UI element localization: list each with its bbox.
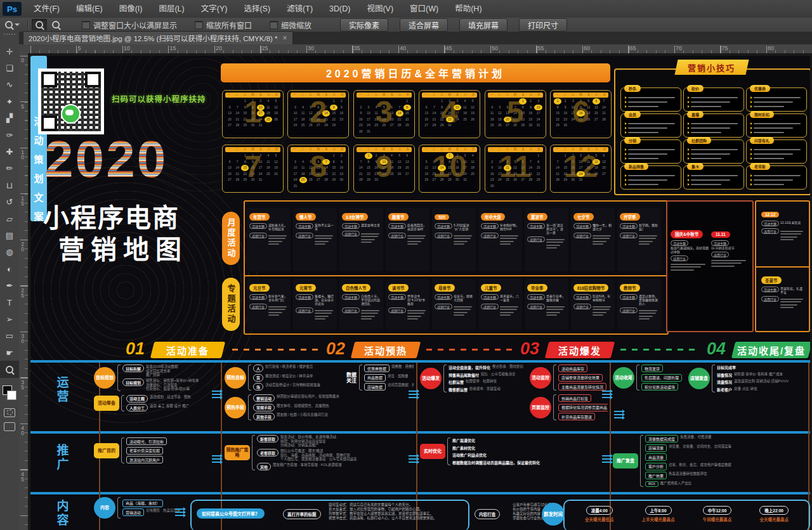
tip-label: 秒杀 (624, 85, 641, 92)
zoom-tool-preset[interactable] (0, 21, 25, 29)
type-tool[interactable]: T (0, 294, 19, 311)
calendar-grid: 1234567891011121314151617181920212223242… (485, 153, 546, 189)
checkbox-box[interactable] (195, 21, 203, 29)
magic-wand-tool[interactable]: ✦ (0, 93, 19, 110)
day-cell: 2 (249, 98, 256, 105)
hand-tool[interactable]: ☛ (0, 344, 19, 361)
background-color[interactable] (7, 391, 16, 400)
menu-item-编辑(E)[interactable]: 编辑(E) (68, 0, 111, 18)
eraser-tool[interactable]: ▱ (0, 210, 19, 227)
tip-bullet-row (625, 131, 677, 134)
branch-label: 人员分工 (126, 404, 148, 411)
theme-row: 活动主题懂你一生，相遇七夕 (573, 223, 612, 231)
day-cell: 1 (403, 98, 411, 105)
checkbox-缩放所有窗口[interactable]: 缩放所有窗口 (195, 20, 252, 30)
crop-tool[interactable]: ▞ (0, 110, 19, 127)
color-swatches[interactable] (0, 384, 19, 403)
checkbox-调整窗口大小以满屏显示[interactable]: 调整窗口大小以满屏显示 (82, 20, 177, 30)
day-cell: 5 (380, 105, 388, 111)
map-branch: 补货商品库存跟进 (558, 413, 608, 420)
day-cell: 20 (504, 117, 511, 123)
calendar-month-7: 一二三四五六日712345678910111213141516171819202… (222, 145, 284, 193)
marquee-tool[interactable]: ❏ (0, 60, 19, 76)
tag-theme: 活动主题 (435, 223, 452, 229)
blur-tool[interactable]: ◍ (0, 244, 19, 261)
title-line: 视觉冲击式：画面清晰、标题打动人心，让人不自觉关注到视觉体验。 (329, 516, 465, 520)
day-cell: 14 (233, 165, 241, 171)
theme-text: 世界读书日“4.23”好书推荐 (407, 294, 427, 306)
zoom-in-button[interactable] (32, 19, 47, 30)
menu-item-文字(Y)[interactable]: 文字(Y) (193, 0, 236, 18)
pen-tool[interactable]: ✒ (0, 277, 19, 294)
checkbox-box[interactable] (270, 21, 278, 29)
map-unit: 活动收尾物流发货售后跟进、问题处理积分兑换活动返场 (613, 365, 682, 391)
map-node: 活动爆发 (420, 368, 442, 389)
checkbox-box[interactable] (82, 21, 90, 29)
menu-item-3D(D)[interactable]: 3D(D) (321, 0, 358, 18)
button-实际像素[interactable]: 实际像素 (340, 18, 388, 32)
checkbox-细微缩放[interactable]: 细微缩放 (270, 20, 311, 30)
menu-item-窗口(W)[interactable]: 窗口(W) (402, 0, 447, 18)
path-selection-tool[interactable]: ➢ (0, 311, 19, 327)
gradient-tool[interactable]: ▤ (0, 227, 19, 243)
close-icon[interactable]: × (283, 34, 287, 42)
zoom-tool[interactable] (0, 361, 19, 377)
button-适合屏幕[interactable]: 适合屏幕 (400, 18, 448, 32)
title-line: 列举数字式：数字往往让人感觉更具真实感，并且想立即知道事实。 (329, 512, 465, 516)
menu-item-文件(F)[interactable]: 文件(F) (25, 0, 68, 18)
move-tool[interactable]: ✛ (0, 43, 19, 60)
flow-arrow-icon (409, 462, 417, 463)
zoom-out-button[interactable] (48, 19, 63, 30)
day-cell: 19 (307, 171, 315, 178)
button-填充屏幕[interactable]: 填充屏幕 (459, 18, 508, 32)
branch-label: 激活站内沉默用户 (126, 456, 163, 463)
lasso-tool[interactable]: ∿ (0, 77, 19, 93)
ps-logo-icon[interactable]: Ps (3, 2, 22, 16)
day-cell: 16 (249, 110, 256, 117)
festival-card-儿童节: 儿童节活动主题普天童乐，六一童真适销行业 (478, 279, 522, 330)
document-tab[interactable]: 2020小程序电商营销地图.jpg @ 12.5% (扫码可以获得小程序扶持, … (23, 31, 293, 44)
branch-line: 复盘2019年活动数据 (146, 365, 178, 369)
menu-item-滤镜(T)[interactable]: 滤镜(T) (278, 0, 321, 18)
screen-mode-icon[interactable] (4, 422, 15, 431)
calendar-month-1: 一二三四五六日112345678910111213141516171819202… (222, 90, 284, 138)
panel-grip[interactable] (4, 34, 15, 41)
day-cell: 30 (249, 177, 256, 183)
menu-item-图像(I)[interactable]: 图像(I) (111, 0, 151, 18)
day-cell: 4 (585, 153, 593, 159)
ruler-number: 30 (308, 45, 314, 51)
map-unit: 目标规划目标拆解复盘2019年活动数据设定同比增长率推广预算目标规划销售目标：销… (94, 365, 199, 411)
calendar-grid: 1234567891011121314151617181920212223242… (288, 153, 348, 189)
document-canvas[interactable]: 扫码可以获得小程序扶持 2020 小程序电商 营销地图 2020营销日历&全年营… (28, 53, 812, 530)
tools-panel: ✛❏∿✦▞✑✚✏⊔↺▱▤◍◐✒T➢▭☛ (0, 32, 20, 530)
dodge-tool[interactable]: ◐ (0, 261, 19, 277)
day-cell: 16 (527, 110, 534, 117)
day-cell: 27 (519, 177, 527, 183)
tip-lines (688, 94, 740, 108)
brush-tool[interactable]: ✏ (0, 160, 19, 177)
day-cell: 3 (577, 153, 584, 159)
tip-bullet-row (625, 96, 677, 99)
quick-mask-icon[interactable] (4, 408, 15, 417)
menu-item-帮助(H)[interactable]: 帮助(H) (447, 0, 490, 18)
history-brush-tool[interactable]: ↺ (0, 194, 19, 210)
industry-row: 适销行业 (620, 233, 658, 245)
shape-tool[interactable]: ▭ (0, 328, 19, 344)
clone-stamp-tool[interactable]: ⊔ (0, 177, 19, 193)
menu-item-图层(L)[interactable]: 图层(L) (150, 0, 192, 18)
eyedropper-tool[interactable]: ✑ (0, 127, 19, 143)
tip-bullet-row (625, 127, 677, 129)
day-cell: 19 (272, 165, 280, 171)
theme-text: 年中购好物，囤货618 (500, 223, 520, 231)
healing-brush-tool[interactable]: ✚ (0, 143, 19, 160)
branch-lines: 短信 · 公众号模板消息 (481, 372, 515, 377)
theme-row: 活动主题母亲节，感恩大回馈 (435, 294, 473, 302)
menu-item-选择(S)[interactable]: 选择(S) (235, 0, 278, 18)
flow-arrow-icon (212, 462, 220, 463)
day-cell: 1 (438, 98, 445, 105)
theme-row: 活动主题新年新气象，全年开门红 (249, 294, 288, 302)
tip-card-分销: 分销 (620, 139, 681, 164)
menu-item-视图(V)[interactable]: 视图(V) (358, 0, 402, 18)
button-打印尺寸[interactable]: 打印尺寸 (519, 18, 567, 32)
map-branch: 常规手段图文种草、短视频预告、直播预热 (253, 404, 339, 411)
